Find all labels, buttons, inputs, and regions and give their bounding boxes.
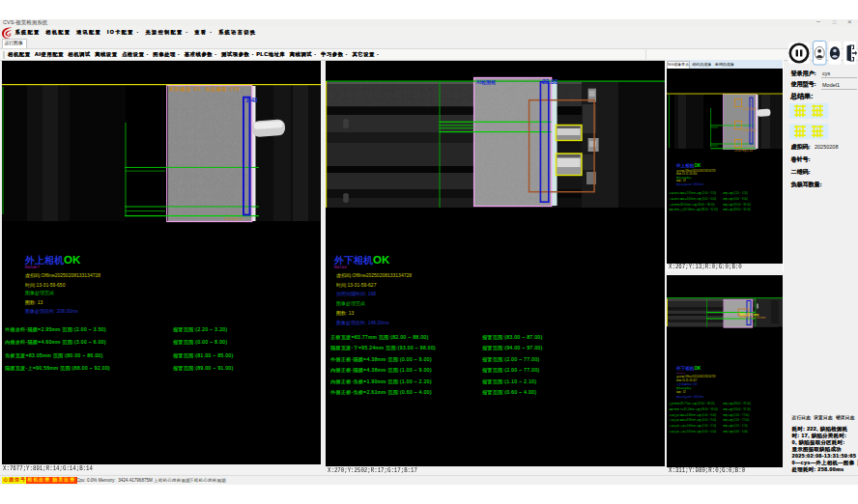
svg-text:13.05 Rq:1.18: 13.05 Rq:1.18: [734, 149, 753, 153]
svg-text:13.05 Rq:1: 13.05 Rq:1: [743, 128, 758, 132]
svg-text:12.05 Rq:1: 12.05 Rq:1: [743, 107, 758, 111]
svg-text:13.88 4.38 1.90 mm: 13.88 4.38 1.90 mm: [740, 316, 766, 320]
